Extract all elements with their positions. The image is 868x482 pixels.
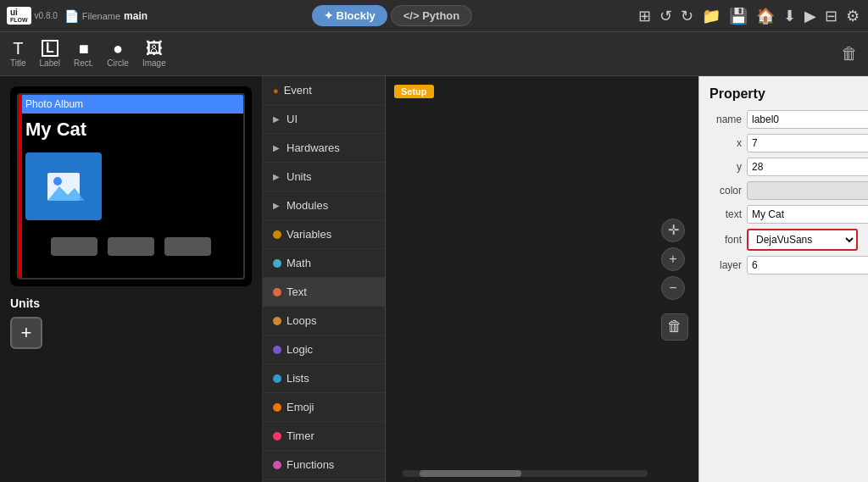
functions-dot-icon [273, 461, 281, 469]
cat-units[interactable]: ▶ Units [263, 163, 385, 191]
cat-logic[interactable]: Logic [263, 335, 385, 364]
cat-math[interactable]: Math [263, 249, 385, 278]
cat-timer-label: Timer [287, 429, 314, 442]
cat-lists[interactable]: Lists [263, 364, 385, 393]
screen-btn-3[interactable] [164, 237, 211, 256]
delete-button[interactable]: 🗑 [841, 44, 858, 64]
tool-image[interactable]: 🖼 Image [142, 40, 166, 68]
prop-input-y[interactable] [747, 158, 868, 176]
screen-btn-2[interactable] [108, 237, 154, 256]
filename-label: Filename [82, 11, 120, 21]
image-tool-icon: 🖼 [146, 40, 163, 57]
prop-label-layer: layer [709, 259, 742, 271]
screen-btn-1[interactable] [51, 237, 97, 256]
prop-label-font: font [709, 234, 742, 246]
filename-area: 📄 Filename main [64, 9, 147, 23]
cat-loops[interactable]: Loops [263, 307, 385, 335]
emoji-dot-icon [273, 403, 281, 412]
prop-row-color: color [709, 181, 858, 200]
tool-circle[interactable]: ● Circle [107, 40, 129, 68]
tool-rect[interactable]: ■ Rect. [74, 40, 93, 68]
cat-timer[interactable]: Timer [263, 422, 385, 451]
cat-lists-label: Lists [287, 372, 309, 385]
cat-units-label: Units [287, 170, 312, 183]
prop-input-color[interactable] [747, 181, 868, 200]
loops-dot-icon [273, 317, 281, 325]
cat-hardwares-label: Hardwares [287, 141, 340, 154]
add-unit-button[interactable]: + [10, 317, 42, 349]
circle-tool-label: Circle [107, 58, 129, 68]
filename-value: main [124, 10, 147, 22]
screen-image-box [25, 152, 102, 220]
units-section-title: Units [10, 296, 252, 310]
left-panel: Photo Album My Cat [0, 76, 263, 482]
scrollbar-thumb [420, 470, 521, 477]
redo-button[interactable]: ↻ [679, 5, 695, 27]
label-tool-icon: L [42, 40, 58, 57]
run-button[interactable]: ▶ [803, 5, 818, 27]
title-tool-label: Title [10, 58, 26, 68]
workspace[interactable]: Setup ✛ + − 🗑 [386, 76, 698, 482]
mode-switcher: ✦ Blockly </> Python [154, 5, 630, 26]
prop-label-color: color [709, 185, 742, 197]
prop-label-name: name [709, 114, 742, 125]
cat-text[interactable]: Text [263, 278, 385, 307]
save-button[interactable]: 💾 [727, 5, 749, 27]
qr-button[interactable]: ⊟ [823, 5, 839, 27]
cat-event[interactable]: ● Event [263, 76, 385, 105]
lists-dot-icon [273, 374, 281, 383]
event-dot: ● [273, 86, 279, 96]
screen-display: Photo Album My Cat [17, 93, 245, 280]
prop-input-x[interactable] [747, 134, 868, 152]
prop-select-font[interactable]: DejaVuSans Arial Helvetica Courier [747, 229, 858, 251]
cat-hardwares[interactable]: ▶ Hardwares [263, 134, 385, 163]
cat-ui[interactable]: ▶ UI [263, 105, 385, 134]
tool-label[interactable]: L Label [40, 40, 60, 68]
download-button[interactable]: ⬇ [782, 5, 798, 27]
open-button[interactable]: 📁 [700, 5, 722, 27]
cat-functions[interactable]: Functions [263, 451, 385, 479]
workspace-trash-button[interactable]: 🗑 [661, 313, 688, 341]
screen-title: My Cat [19, 114, 243, 146]
undo-button[interactable]: ↺ [658, 5, 674, 27]
home-button[interactable]: 🏠 [754, 5, 776, 27]
variables-dot-icon [273, 230, 281, 239]
prop-input-layer[interactable] [747, 256, 868, 274]
cat-logic-label: Logic [287, 343, 313, 356]
screen-buttons [19, 227, 243, 263]
cat-functions-label: Functions [287, 458, 334, 471]
prop-row-y: y [709, 158, 858, 176]
top-bar: ui FLOW v0.8.0 📄 Filename main ✦ Blockly… [0, 0, 868, 32]
prop-label-text: text [709, 208, 742, 220]
blockly-mode-button[interactable]: ✦ Blockly [312, 5, 387, 26]
cat-modules[interactable]: ▶ Modules [263, 191, 385, 220]
zoom-center-button[interactable]: ✛ [661, 219, 685, 242]
main-content: Photo Album My Cat [0, 76, 868, 482]
category-panel: ● Event ▶ UI ▶ Hardwares ▶ Units ▶ Modul… [263, 76, 386, 482]
cat-variables[interactable]: Variables [263, 220, 385, 249]
ui-arrow-icon: ▶ [273, 114, 280, 124]
property-panel: Property name x y color text font DejaVu… [698, 76, 868, 482]
svg-point-2 [53, 177, 62, 186]
modules-arrow-icon: ▶ [273, 201, 280, 210]
workspace-controls: ✛ + − 🗑 [661, 219, 688, 341]
title-tool-icon: T [13, 40, 23, 57]
prop-input-text[interactable] [747, 205, 868, 224]
math-dot-icon [273, 259, 281, 268]
zoom-out-button[interactable]: − [661, 276, 685, 300]
horizontal-scrollbar[interactable] [403, 470, 648, 477]
tool-title[interactable]: T Title [10, 40, 26, 68]
python-mode-button[interactable]: </> Python [391, 5, 472, 26]
cat-emoji-label: Emoji [287, 401, 314, 413]
cat-modules-label: Modules [287, 199, 328, 212]
text-dot-icon [273, 288, 281, 296]
grid-icon-button[interactable]: ⊞ [637, 5, 653, 27]
zoom-in-button[interactable]: + [661, 247, 685, 271]
logo-icon: ui FLOW [7, 7, 31, 25]
settings-button[interactable]: ⚙ [844, 5, 861, 27]
image-tool-label: Image [142, 58, 166, 68]
cat-emoji[interactable]: Emoji [263, 393, 385, 422]
prop-input-name[interactable] [747, 110, 868, 129]
prop-row-name: name [709, 110, 858, 129]
rect-tool-label: Rect. [74, 58, 93, 68]
